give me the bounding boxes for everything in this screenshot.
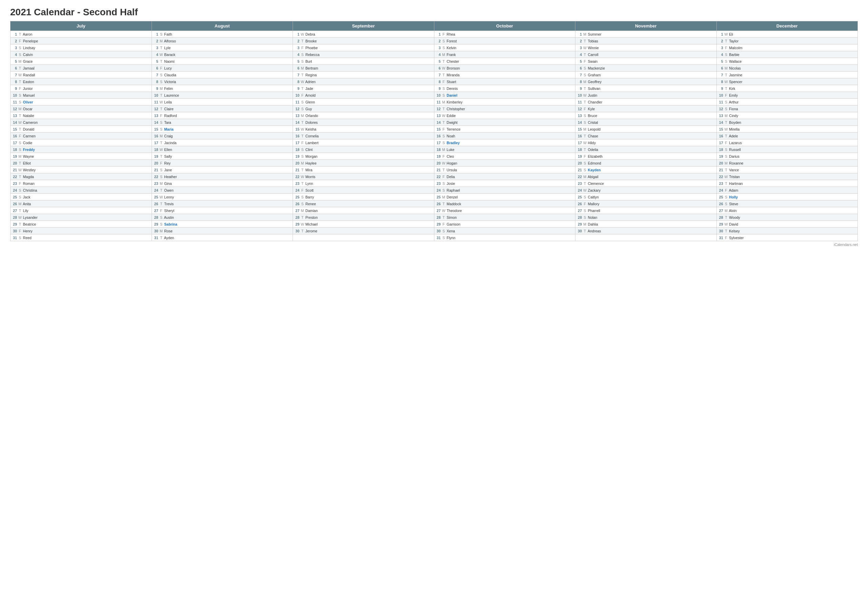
day-name: Geoffrey	[588, 80, 601, 84]
table-row: 24 S Christina	[11, 187, 152, 194]
day-name: Junior	[23, 87, 33, 90]
table-row: 23 S Josie	[434, 180, 575, 187]
day-number: 7	[718, 73, 723, 77]
day-letter: F	[301, 188, 304, 192]
day-letter: W	[583, 46, 587, 50]
table-row: 25 S Holly	[716, 194, 858, 201]
table-row: 22 S Heather	[152, 173, 293, 180]
day-number: 29	[577, 222, 582, 226]
table-row: 12 S Fiona	[716, 106, 858, 112]
day-letter: F	[724, 93, 728, 97]
day-name: Kelsey	[729, 229, 740, 233]
day-letter: T	[159, 202, 163, 206]
day-name: Nicolas	[729, 66, 741, 70]
day-name: Adam	[729, 188, 738, 192]
day-letter: T	[583, 134, 587, 138]
day-number: 31	[436, 236, 441, 240]
day-letter: S	[583, 120, 587, 124]
month-header-july: July	[11, 21, 152, 31]
day-name: Felim	[164, 87, 173, 90]
table-row: 15 W Mirella	[716, 126, 858, 133]
day-name: Xena	[446, 229, 455, 233]
table-row: 20 F Rey	[152, 160, 293, 166]
table-row: 29 T Beatrice	[11, 221, 152, 228]
day-number: 12	[718, 107, 723, 111]
table-row: 27 F Sheryl	[152, 207, 293, 214]
day-name: Calvin	[23, 53, 33, 57]
table-row: 27 M Alvin	[716, 207, 858, 214]
day-letter: T	[442, 168, 445, 172]
day-number: 1	[577, 32, 582, 36]
day-name: Odelia	[588, 148, 598, 152]
day-letter: S	[724, 195, 728, 199]
day-number: 28	[718, 215, 723, 219]
table-row: 5 T Chester	[434, 58, 575, 65]
day-name: Kyle	[588, 107, 595, 111]
table-row: 13 T Natalie	[11, 112, 152, 119]
day-letter: W	[301, 127, 304, 131]
day-letter: S	[442, 188, 445, 192]
day-number: 15	[11, 127, 17, 131]
day-name: Luke	[446, 148, 454, 152]
table-row: 25 W Lenny	[152, 194, 293, 201]
day-name: Mira	[305, 168, 312, 172]
table-row: 2 F Penelope	[11, 38, 152, 44]
day-name: Tobias	[588, 39, 598, 43]
day-letter: M	[159, 87, 163, 90]
day-letter: S	[724, 202, 728, 206]
table-row: 26 S Renee	[293, 201, 434, 207]
day-letter: W	[724, 175, 728, 179]
day-number: 17	[11, 141, 17, 145]
table-row: 21 S Kayden	[575, 166, 717, 173]
day-name: Boyden	[729, 120, 741, 124]
day-name: Barack	[164, 53, 175, 57]
day-name: Alfonso	[164, 39, 176, 43]
table-row: 4 S Calvin	[11, 51, 152, 58]
day-number: 10	[577, 93, 582, 97]
day-letter: M	[583, 175, 587, 179]
day-number: 12	[11, 107, 17, 111]
day-name: Noah	[446, 134, 455, 138]
day-letter: T	[301, 229, 304, 233]
day-number: 2	[577, 39, 582, 43]
table-row: 30 M Rose	[152, 228, 293, 235]
table-row: 30 F Henry	[11, 228, 152, 235]
day-number: 15	[294, 127, 299, 131]
day-letter: M	[583, 127, 587, 131]
day-number: 28	[11, 215, 17, 219]
day-letter: W	[301, 175, 304, 179]
day-number: 7	[11, 73, 17, 77]
table-row: 16 T Chase	[575, 133, 717, 140]
day-letter: S	[583, 161, 587, 165]
day-number: 31	[718, 236, 723, 240]
day-number: 3	[153, 46, 158, 50]
day-letter: F	[724, 188, 728, 192]
day-number: 6	[11, 66, 17, 70]
table-row: 13 M Cindy	[716, 112, 858, 119]
day-number: 8	[436, 80, 441, 84]
day-letter: M	[301, 208, 304, 213]
table-row: 21 W Westley	[11, 166, 152, 173]
day-letter: T	[301, 120, 304, 124]
day-name: Regina	[305, 73, 317, 77]
table-row: 19 F Cleo	[434, 153, 575, 160]
day-name: Kimberley	[446, 100, 462, 104]
day-name: Faith	[164, 32, 172, 36]
day-letter: W	[583, 141, 587, 145]
day-letter: F	[159, 113, 163, 118]
day-name: Jasmine	[729, 73, 742, 77]
table-row: 31 F Sylvester	[716, 235, 858, 241]
day-name: Cleo	[446, 154, 454, 159]
table-row: 22 W Morris	[293, 173, 434, 180]
day-number: 8	[153, 80, 158, 84]
table-row: 8 S Victoria	[152, 78, 293, 85]
table-row: 12 T Claire	[152, 106, 293, 112]
day-number: 6	[718, 66, 723, 70]
day-name: Ursula	[446, 168, 457, 172]
table-row: 2 S Forest	[434, 38, 575, 44]
day-number: 29	[153, 222, 158, 226]
day-number: 16	[153, 134, 158, 138]
day-number: 11	[294, 100, 299, 104]
day-name: Phoebe	[305, 46, 318, 50]
day-name: Dolores	[305, 120, 318, 124]
